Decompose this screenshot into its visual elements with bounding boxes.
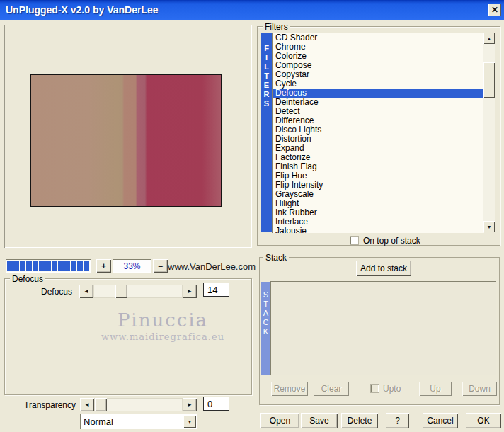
progress-block [39,261,45,271]
remove-button[interactable]: Remove [271,382,308,396]
upto-checkbox[interactable] [370,384,379,393]
up-button[interactable]: Up [419,382,452,396]
stack-list[interactable] [270,281,496,375]
defocus-slider-thumb[interactable] [115,285,127,298]
progress-block [58,261,64,271]
progress-block [26,261,32,271]
delete-button[interactable]: Delete [341,413,378,428]
transparency-slider-track[interactable] [94,398,183,411]
watermark-url: www.maidiregrafica.eu [85,331,241,342]
add-to-stack-button[interactable]: Add to stack [356,261,411,276]
ok-button[interactable]: OK [466,413,501,428]
progress-block [84,261,89,271]
vendor-website-text: www.VanDerLee.com [168,261,256,272]
defocus-group-label: Defocus [10,274,45,284]
filter-list-scrollbar[interactable]: ▲ ▼ [483,33,495,232]
plugin-dialog-window: UnPlugged-X v2.0 by VanDerLee ✕ + 33% − … [0,0,504,432]
watermark-title: Pinuccia [85,309,241,331]
progress-block [13,261,19,271]
progress-block [52,261,57,271]
transparency-slider-thumb[interactable] [95,398,107,411]
defocus-slider-right-button[interactable]: ► [183,285,197,298]
progress-block [64,261,70,271]
preview-image[interactable] [30,74,222,207]
defocus-slider-track[interactable] [93,285,183,298]
blend-mode-value: Normal [80,416,183,427]
progress-block [45,261,51,271]
filter-list-item[interactable]: Deinterlace [273,98,484,107]
filters-side-banner: F I L T E R S [261,33,272,232]
title-bar[interactable]: UnPlugged-X v2.0 by VanDerLee ✕ [0,0,504,20]
zoom-level-value: 33% [113,259,151,273]
on-top-of-stack-label: On top of stack [363,236,420,246]
transparency-slider-right-button[interactable]: ► [183,398,197,411]
blend-mode-select[interactable]: Normal ▼ [80,414,197,429]
scroll-up-icon[interactable]: ▲ [483,33,495,44]
help-button[interactable]: ? [386,413,409,428]
stack-group-label: Stack [263,253,289,263]
upto-label: Upto [383,384,401,394]
filters-group-label: Filters [263,22,290,32]
preview-panel [4,25,252,248]
progress-block [20,261,25,271]
scrollbar-thumb[interactable] [483,62,495,98]
filter-list[interactable]: CD ShaderChromeColorizeComposeCopystarCy… [272,33,484,233]
defocus-value-input[interactable]: 14 [203,283,229,297]
progress-block [71,261,76,271]
window-title: UnPlugged-X v2.0 by VanDerLee [0,4,159,16]
close-icon[interactable]: ✕ [488,4,501,16]
zoom-out-button[interactable]: − [153,259,168,273]
progress-block [33,261,38,271]
progress-block [7,261,13,271]
progress-block [77,261,83,271]
down-button[interactable]: Down [462,382,497,396]
open-button[interactable]: Open [260,413,299,428]
defocus-slider-left-button[interactable]: ◄ [79,285,93,298]
defocus-slider-label: Defocus [28,287,72,297]
on-top-of-stack-checkbox[interactable] [350,236,359,245]
progress-bar [6,259,91,273]
transparency-value-input[interactable]: 0 [203,397,229,411]
filter-list-item[interactable]: Grayscale [273,190,484,199]
stack-side-banner: S T A C K [261,282,270,375]
filter-list-item[interactable]: Distortion [273,135,484,144]
scroll-down-icon[interactable]: ▼ [483,221,495,232]
filter-list-item[interactable]: Copystar [273,70,484,79]
filter-list-item[interactable]: Jalousie [273,227,484,233]
cancel-button[interactable]: Cancel [423,413,458,428]
clear-button[interactable]: Clear [314,382,349,396]
transparency-label: Transparency [20,400,76,410]
save-button[interactable]: Save [301,413,338,428]
transparency-slider-left-button[interactable]: ◄ [80,398,94,411]
zoom-in-button[interactable]: + [96,259,111,273]
dropdown-arrow-icon[interactable]: ▼ [183,415,196,428]
